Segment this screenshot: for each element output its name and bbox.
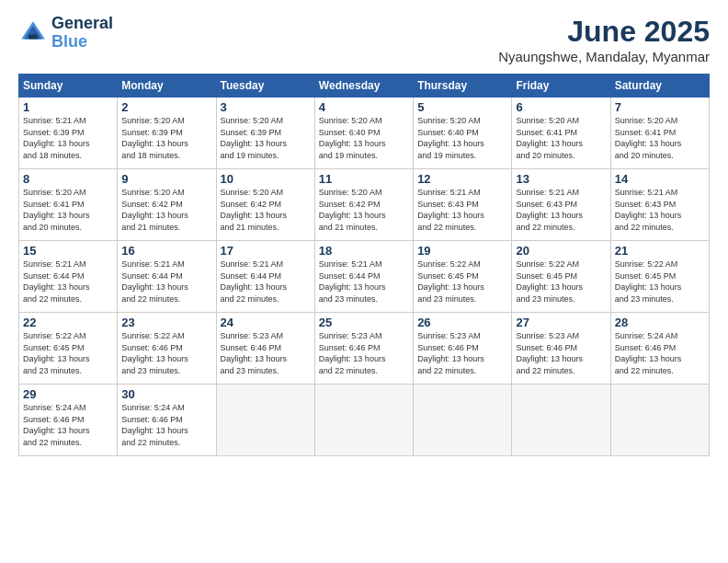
day-number: 30 <box>121 387 211 401</box>
calendar-row: 1 Sunrise: 5:21 AM Sunset: 6:39 PM Dayli… <box>19 98 710 169</box>
table-row: 15 Sunrise: 5:21 AM Sunset: 6:44 PM Dayl… <box>19 241 118 313</box>
table-row: 19 Sunrise: 5:22 AM Sunset: 6:45 PM Dayl… <box>414 241 512 313</box>
day-info: Sunrise: 5:20 AM Sunset: 6:42 PM Dayligh… <box>319 188 386 232</box>
calendar-row: 22 Sunrise: 5:22 AM Sunset: 6:45 PM Dayl… <box>19 313 710 385</box>
table-row: 28 Sunrise: 5:24 AM Sunset: 6:46 PM Dayl… <box>610 313 709 385</box>
day-info: Sunrise: 5:20 AM Sunset: 6:41 PM Dayligh… <box>615 116 682 160</box>
day-info: Sunrise: 5:21 AM Sunset: 6:43 PM Dayligh… <box>516 188 583 232</box>
day-number: 10 <box>221 172 311 186</box>
table-row: 11 Sunrise: 5:20 AM Sunset: 6:42 PM Dayl… <box>314 169 413 241</box>
day-number: 19 <box>417 244 507 258</box>
day-number: 17 <box>221 244 311 258</box>
day-info: Sunrise: 5:20 AM Sunset: 6:41 PM Dayligh… <box>516 116 583 160</box>
day-number: 18 <box>319 244 409 258</box>
header: General Blue June 2025 Nyaungshwe, Manda… <box>18 15 710 64</box>
day-number: 3 <box>221 100 311 114</box>
col-thursday: Thursday <box>414 75 512 98</box>
calendar-row: 29 Sunrise: 5:24 AM Sunset: 6:46 PM Dayl… <box>19 385 710 456</box>
day-number: 22 <box>23 316 113 329</box>
day-number: 16 <box>121 244 211 258</box>
calendar-row: 15 Sunrise: 5:21 AM Sunset: 6:44 PM Dayl… <box>19 241 710 313</box>
table-row: 22 Sunrise: 5:22 AM Sunset: 6:45 PM Dayl… <box>19 313 118 385</box>
day-info: Sunrise: 5:23 AM Sunset: 6:46 PM Dayligh… <box>319 331 386 375</box>
day-info: Sunrise: 5:21 AM Sunset: 6:44 PM Dayligh… <box>23 259 90 304</box>
logo-line2: Blue <box>51 33 113 52</box>
day-number: 6 <box>516 100 606 114</box>
day-info: Sunrise: 5:22 AM Sunset: 6:45 PM Dayligh… <box>516 259 583 304</box>
logo: General Blue <box>18 15 113 52</box>
day-info: Sunrise: 5:23 AM Sunset: 6:46 PM Dayligh… <box>417 331 484 375</box>
day-number: 9 <box>121 172 211 186</box>
calendar-title: June 2025 <box>498 15 710 49</box>
day-info: Sunrise: 5:21 AM Sunset: 6:43 PM Dayligh… <box>417 188 484 232</box>
table-row: 29 Sunrise: 5:24 AM Sunset: 6:46 PM Dayl… <box>19 385 118 456</box>
day-number: 8 <box>23 172 113 186</box>
day-number: 28 <box>615 316 705 329</box>
col-friday: Friday <box>512 75 610 98</box>
day-info: Sunrise: 5:21 AM Sunset: 6:44 PM Dayligh… <box>319 259 386 304</box>
day-info: Sunrise: 5:20 AM Sunset: 6:39 PM Dayligh… <box>221 116 288 160</box>
day-number: 11 <box>319 172 409 186</box>
day-number: 2 <box>121 100 211 114</box>
calendar-subtitle: Nyaungshwe, Mandalay, Myanmar <box>498 49 710 64</box>
table-row: 9 Sunrise: 5:20 AM Sunset: 6:42 PM Dayli… <box>118 169 216 241</box>
table-row: 18 Sunrise: 5:21 AM Sunset: 6:44 PM Dayl… <box>314 241 413 313</box>
logo-text: General Blue <box>51 15 113 52</box>
day-info: Sunrise: 5:20 AM Sunset: 6:40 PM Dayligh… <box>319 116 386 160</box>
table-row: 6 Sunrise: 5:20 AM Sunset: 6:41 PM Dayli… <box>512 98 610 169</box>
day-number: 26 <box>417 316 507 329</box>
day-info: Sunrise: 5:23 AM Sunset: 6:46 PM Dayligh… <box>221 331 288 375</box>
table-row: 16 Sunrise: 5:21 AM Sunset: 6:44 PM Dayl… <box>118 241 216 313</box>
day-info: Sunrise: 5:22 AM Sunset: 6:45 PM Dayligh… <box>23 331 90 375</box>
table-row: 26 Sunrise: 5:23 AM Sunset: 6:46 PM Dayl… <box>414 313 512 385</box>
day-info: Sunrise: 5:21 AM Sunset: 6:43 PM Dayligh… <box>615 188 682 232</box>
calendar-header-row: Sunday Monday Tuesday Wednesday Thursday… <box>19 75 710 98</box>
calendar-row: 8 Sunrise: 5:20 AM Sunset: 6:41 PM Dayli… <box>19 169 710 241</box>
table-row: 14 Sunrise: 5:21 AM Sunset: 6:43 PM Dayl… <box>610 169 709 241</box>
day-number: 25 <box>319 316 409 329</box>
day-info: Sunrise: 5:20 AM Sunset: 6:42 PM Dayligh… <box>221 188 288 232</box>
day-info: Sunrise: 5:24 AM Sunset: 6:46 PM Dayligh… <box>121 403 188 447</box>
table-row <box>512 385 610 456</box>
table-row: 3 Sunrise: 5:20 AM Sunset: 6:39 PM Dayli… <box>216 98 314 169</box>
table-row: 5 Sunrise: 5:20 AM Sunset: 6:40 PM Dayli… <box>414 98 512 169</box>
day-number: 24 <box>221 316 311 329</box>
day-number: 12 <box>417 172 507 186</box>
table-row: 12 Sunrise: 5:21 AM Sunset: 6:43 PM Dayl… <box>414 169 512 241</box>
page: General Blue June 2025 Nyaungshwe, Manda… <box>0 0 728 563</box>
table-row: 20 Sunrise: 5:22 AM Sunset: 6:45 PM Dayl… <box>512 241 610 313</box>
day-info: Sunrise: 5:22 AM Sunset: 6:46 PM Dayligh… <box>121 331 188 375</box>
table-row <box>610 385 709 456</box>
day-info: Sunrise: 5:21 AM Sunset: 6:39 PM Dayligh… <box>23 116 90 160</box>
day-info: Sunrise: 5:20 AM Sunset: 6:41 PM Dayligh… <box>23 188 90 232</box>
day-info: Sunrise: 5:21 AM Sunset: 6:44 PM Dayligh… <box>221 259 288 304</box>
day-number: 23 <box>121 316 211 329</box>
day-number: 21 <box>615 244 705 258</box>
col-saturday: Saturday <box>610 75 709 98</box>
day-info: Sunrise: 5:20 AM Sunset: 6:42 PM Dayligh… <box>121 188 188 232</box>
day-info: Sunrise: 5:23 AM Sunset: 6:46 PM Dayligh… <box>516 331 583 375</box>
logo-line1: General <box>51 15 113 33</box>
table-row <box>414 385 512 456</box>
title-block: June 2025 Nyaungshwe, Mandalay, Myanmar <box>498 15 710 64</box>
table-row: 30 Sunrise: 5:24 AM Sunset: 6:46 PM Dayl… <box>118 385 216 456</box>
col-monday: Monday <box>118 75 216 98</box>
col-tuesday: Tuesday <box>216 75 314 98</box>
day-number: 4 <box>319 100 409 114</box>
table-row: 21 Sunrise: 5:22 AM Sunset: 6:45 PM Dayl… <box>610 241 709 313</box>
col-sunday: Sunday <box>19 75 118 98</box>
table-row: 2 Sunrise: 5:20 AM Sunset: 6:39 PM Dayli… <box>118 98 216 169</box>
day-number: 29 <box>23 387 113 401</box>
day-number: 1 <box>23 100 113 114</box>
day-number: 15 <box>23 244 113 258</box>
day-info: Sunrise: 5:22 AM Sunset: 6:45 PM Dayligh… <box>417 259 484 304</box>
day-info: Sunrise: 5:24 AM Sunset: 6:46 PM Dayligh… <box>23 403 90 447</box>
table-row: 4 Sunrise: 5:20 AM Sunset: 6:40 PM Dayli… <box>314 98 413 169</box>
table-row: 23 Sunrise: 5:22 AM Sunset: 6:46 PM Dayl… <box>118 313 216 385</box>
day-number: 7 <box>615 100 705 114</box>
calendar-table: Sunday Monday Tuesday Wednesday Thursday… <box>18 74 710 456</box>
day-info: Sunrise: 5:22 AM Sunset: 6:45 PM Dayligh… <box>615 259 682 304</box>
day-info: Sunrise: 5:20 AM Sunset: 6:39 PM Dayligh… <box>121 116 188 160</box>
day-info: Sunrise: 5:20 AM Sunset: 6:40 PM Dayligh… <box>417 116 484 160</box>
day-number: 14 <box>615 172 705 186</box>
